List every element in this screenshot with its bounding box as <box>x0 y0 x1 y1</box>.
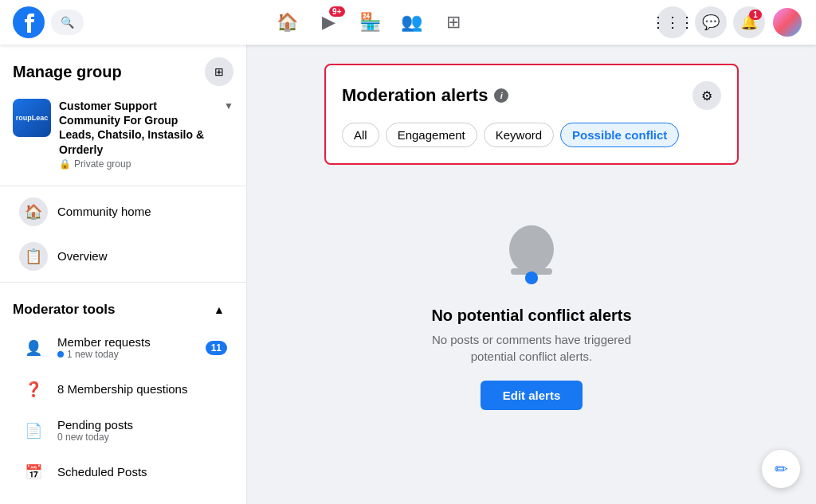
mod-item-membership-questions[interactable]: ❓ 8 Membership questions <box>6 369 240 410</box>
content-area: Moderation alerts i ⚙ All Engagement Key… <box>247 45 816 504</box>
membership-questions-icon: ❓ <box>19 375 48 404</box>
settings-button[interactable]: ⚙ <box>692 81 721 110</box>
sidebar: Manage group ⊞ roupLeac Customer Support… <box>0 45 247 504</box>
manage-group-icon-button[interactable]: ⊞ <box>205 57 233 86</box>
filter-tabs: All Engagement Keyword Possible conflict <box>342 123 721 147</box>
member-requests-sub: 1 new today <box>57 349 196 360</box>
nav-right: ⋮⋮⋮ 💬 🔔 1 <box>657 6 803 38</box>
filter-tab-keyword[interactable]: Keyword <box>484 123 554 147</box>
empty-state: No potential conflict alerts No posts or… <box>266 181 797 448</box>
facebook-logo-icon[interactable] <box>13 6 45 38</box>
dropdown-arrow-icon: ▼ <box>224 100 233 111</box>
filter-tab-possible-conflict[interactable]: Possible conflict <box>560 123 679 147</box>
moderator-tools-title: Moderator tools <box>13 302 115 318</box>
grid-button[interactable]: ⋮⋮⋮ <box>657 6 688 38</box>
sidebar-divider-2 <box>0 282 246 283</box>
pending-posts-sub: 0 new today <box>57 432 227 443</box>
mod-item-activity-log[interactable]: 📊 Activity log <box>6 493 240 504</box>
pending-posts-label: Pending posts <box>57 418 227 432</box>
video-badge: 9+ <box>329 6 344 17</box>
sidebar-item-community-home[interactable]: 🏠 Community home <box>6 189 240 234</box>
bell-empty-icon <box>500 219 563 291</box>
new-dot-icon <box>57 351 64 357</box>
store-nav-button[interactable]: 🏪 <box>351 3 390 41</box>
nav-center: 🏠 ▶ 9+ 🏪 👥 ⊞ <box>90 3 650 41</box>
group-details: Customer Support Community For Group Lea… <box>59 99 216 170</box>
card-title: Moderation alerts <box>342 85 488 106</box>
compose-button[interactable]: ✏ <box>762 450 800 488</box>
svg-rect-4 <box>524 228 539 234</box>
card-title-row: Moderation alerts i <box>342 85 508 106</box>
activity-log-icon: 📊 <box>19 499 48 504</box>
group-avatar: roupLeac <box>13 99 51 137</box>
empty-title: No potential conflict alerts <box>431 307 631 325</box>
sidebar-item-overview[interactable]: 📋 Overview <box>6 234 240 279</box>
menu-nav-button[interactable]: ⊞ <box>434 3 473 41</box>
pending-posts-content: Pending posts 0 new today <box>57 418 227 443</box>
messenger-button[interactable]: 💬 <box>695 6 727 38</box>
overview-label: Overview <box>57 249 108 263</box>
group-name: Customer Support Community For Group Lea… <box>59 99 216 157</box>
moderator-tools-collapse-button[interactable]: ▲ <box>205 295 233 324</box>
group-avatar-inner: roupLeac <box>13 99 51 137</box>
membership-questions-label: 8 Membership questions <box>57 382 227 396</box>
member-requests-badge: 11 <box>206 341 227 355</box>
mod-item-scheduled-posts[interactable]: 📅 Scheduled Posts <box>6 451 240 493</box>
main-layout: Manage group ⊞ roupLeac Customer Support… <box>0 45 816 504</box>
filter-tab-all[interactable]: All <box>342 123 379 147</box>
pending-posts-icon: 📄 <box>19 416 48 445</box>
scheduled-posts-label: Scheduled Posts <box>57 465 227 479</box>
info-icon[interactable]: i <box>494 88 508 103</box>
sidebar-divider-1 <box>0 186 246 186</box>
home-nav-button[interactable]: 🏠 <box>269 3 307 41</box>
filter-tab-engagement[interactable]: Engagement <box>386 123 477 147</box>
membership-questions-content: 8 Membership questions <box>57 382 227 396</box>
scheduled-posts-icon: 📅 <box>19 458 48 486</box>
notifications-badge: 1 <box>749 10 762 20</box>
mod-item-pending-posts[interactable]: 📄 Pending posts 0 new today <box>6 410 240 451</box>
member-requests-content: Member requests 1 new today <box>57 335 196 360</box>
notifications-button[interactable]: 🔔 1 <box>733 6 765 38</box>
overview-icon: 📋 <box>19 242 48 271</box>
mod-item-member-requests[interactable]: 👤 Member requests 1 new today 11 <box>6 327 240 369</box>
moderator-tools-section-header: Moderator tools ▲ <box>0 286 246 327</box>
card-header: Moderation alerts i ⚙ <box>342 81 721 110</box>
edit-alerts-button[interactable]: Edit alerts <box>481 381 583 410</box>
avatar[interactable] <box>771 6 803 38</box>
groups-nav-button[interactable]: 👥 <box>393 3 431 41</box>
scheduled-posts-content: Scheduled Posts <box>57 465 227 479</box>
nav-left: 🔍 <box>13 6 84 38</box>
svg-point-6 <box>525 272 538 284</box>
community-home-label: Community home <box>57 205 151 218</box>
member-requests-label: Member requests <box>57 335 196 349</box>
empty-subtitle: No posts or comments have triggered pote… <box>412 331 651 365</box>
search-box[interactable]: 🔍 <box>51 10 84 35</box>
lock-icon: 🔒 <box>59 158 71 170</box>
top-navigation: 🔍 🏠 ▶ 9+ 🏪 👥 ⊞ ⋮⋮⋮ 💬 🔔 1 <box>0 0 816 45</box>
member-requests-icon: 👤 <box>19 334 48 362</box>
manage-group-header: Manage group ⊞ <box>0 45 246 92</box>
video-nav-button[interactable]: ▶ 9+ <box>310 3 348 41</box>
group-info[interactable]: roupLeac Customer Support Community For … <box>0 92 246 182</box>
community-home-icon: 🏠 <box>19 197 48 226</box>
manage-group-title: Manage group <box>13 63 122 81</box>
group-privacy: 🔒 Private group <box>59 158 216 170</box>
search-icon: 🔍 <box>61 16 74 29</box>
moderation-alerts-card: Moderation alerts i ⚙ All Engagement Key… <box>324 64 739 165</box>
